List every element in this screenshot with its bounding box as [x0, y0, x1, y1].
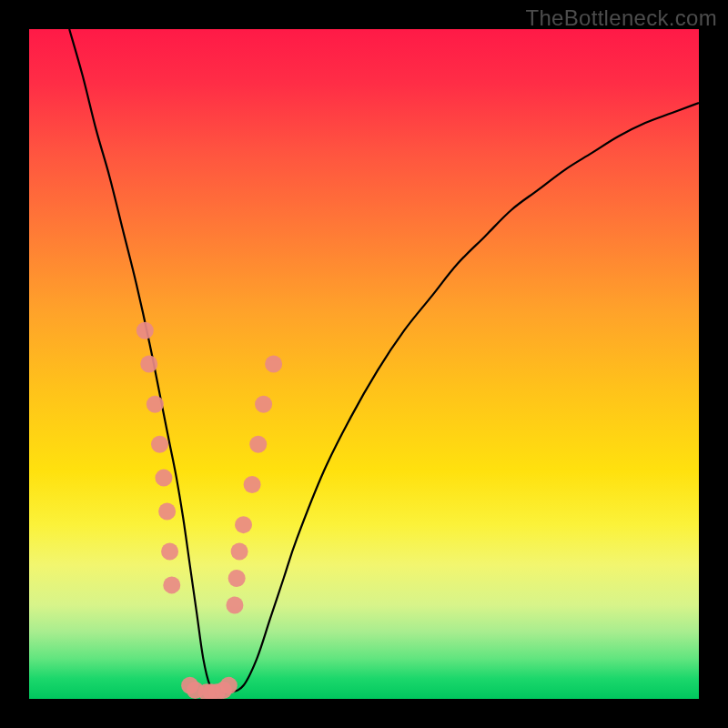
- data-marker: [228, 570, 246, 587]
- data-marker: [226, 596, 243, 613]
- data-marker: [155, 470, 172, 487]
- data-marker: [235, 516, 252, 533]
- chart-svg: [29, 29, 699, 699]
- data-marker: [151, 436, 168, 453]
- data-marker: [244, 476, 261, 493]
- data-marker: [161, 543, 178, 561]
- data-markers: [136, 322, 282, 699]
- data-marker: [147, 396, 164, 413]
- data-marker: [220, 677, 238, 694]
- data-marker: [255, 396, 272, 413]
- data-marker: [249, 436, 267, 453]
- data-marker: [136, 322, 154, 339]
- chart-frame: TheBottleneck.com: [0, 0, 728, 728]
- data-marker: [140, 356, 157, 373]
- data-marker: [158, 502, 176, 520]
- data-marker: [163, 576, 180, 593]
- bottleneck-curve: [69, 29, 699, 693]
- data-marker: [231, 543, 248, 561]
- chart-plot-area: [29, 29, 699, 699]
- data-marker: [265, 356, 282, 373]
- curve-path: [69, 29, 699, 693]
- watermark-text: TheBottleneck.com: [525, 5, 717, 31]
